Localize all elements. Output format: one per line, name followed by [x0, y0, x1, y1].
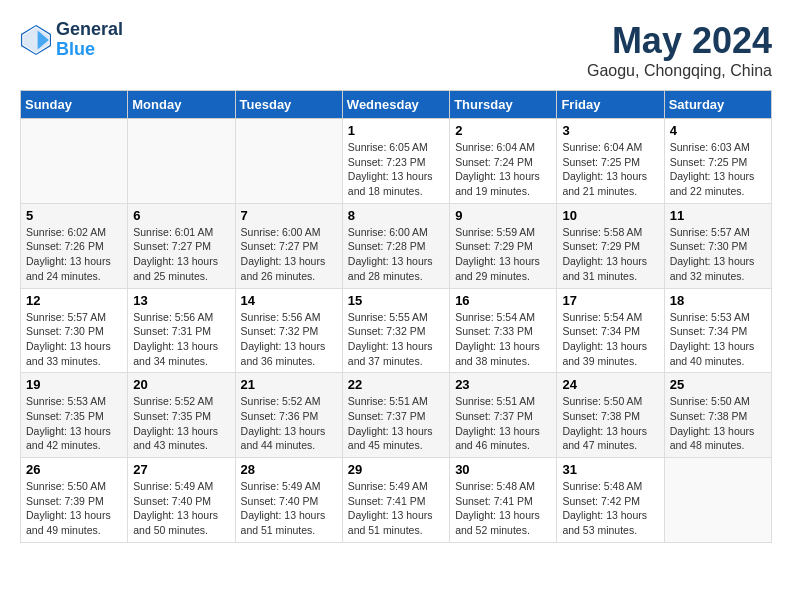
weekday-header-sunday: Sunday	[21, 91, 128, 119]
logo-text: General Blue	[56, 20, 123, 60]
day-number: 28	[241, 462, 337, 477]
calendar-cell: 7Sunrise: 6:00 AM Sunset: 7:27 PM Daylig…	[235, 203, 342, 288]
day-info: Sunrise: 5:48 AM Sunset: 7:42 PM Dayligh…	[562, 479, 658, 538]
calendar-cell	[235, 119, 342, 204]
day-number: 14	[241, 293, 337, 308]
page-header: General Blue May 2024 Gaogu, Chongqing, …	[20, 20, 772, 80]
calendar-cell	[21, 119, 128, 204]
title-block: May 2024 Gaogu, Chongqing, China	[587, 20, 772, 80]
day-info: Sunrise: 5:57 AM Sunset: 7:30 PM Dayligh…	[670, 225, 766, 284]
day-number: 2	[455, 123, 551, 138]
month-title: May 2024	[587, 20, 772, 62]
day-number: 9	[455, 208, 551, 223]
calendar-cell: 10Sunrise: 5:58 AM Sunset: 7:29 PM Dayli…	[557, 203, 664, 288]
day-info: Sunrise: 5:49 AM Sunset: 7:40 PM Dayligh…	[133, 479, 229, 538]
calendar-cell: 21Sunrise: 5:52 AM Sunset: 7:36 PM Dayli…	[235, 373, 342, 458]
day-number: 7	[241, 208, 337, 223]
calendar-cell: 25Sunrise: 5:50 AM Sunset: 7:38 PM Dayli…	[664, 373, 771, 458]
day-number: 31	[562, 462, 658, 477]
calendar-cell: 23Sunrise: 5:51 AM Sunset: 7:37 PM Dayli…	[450, 373, 557, 458]
day-info: Sunrise: 5:53 AM Sunset: 7:35 PM Dayligh…	[26, 394, 122, 453]
logo-line2: Blue	[56, 39, 95, 59]
day-info: Sunrise: 6:04 AM Sunset: 7:24 PM Dayligh…	[455, 140, 551, 199]
day-info: Sunrise: 6:00 AM Sunset: 7:28 PM Dayligh…	[348, 225, 444, 284]
calendar-cell: 30Sunrise: 5:48 AM Sunset: 7:41 PM Dayli…	[450, 458, 557, 543]
calendar-cell: 5Sunrise: 6:02 AM Sunset: 7:26 PM Daylig…	[21, 203, 128, 288]
weekday-header-thursday: Thursday	[450, 91, 557, 119]
day-info: Sunrise: 5:48 AM Sunset: 7:41 PM Dayligh…	[455, 479, 551, 538]
day-number: 29	[348, 462, 444, 477]
day-info: Sunrise: 5:54 AM Sunset: 7:34 PM Dayligh…	[562, 310, 658, 369]
weekday-header-saturday: Saturday	[664, 91, 771, 119]
week-row-1: 1Sunrise: 6:05 AM Sunset: 7:23 PM Daylig…	[21, 119, 772, 204]
day-info: Sunrise: 6:04 AM Sunset: 7:25 PM Dayligh…	[562, 140, 658, 199]
calendar-cell: 17Sunrise: 5:54 AM Sunset: 7:34 PM Dayli…	[557, 288, 664, 373]
calendar-cell: 18Sunrise: 5:53 AM Sunset: 7:34 PM Dayli…	[664, 288, 771, 373]
day-info: Sunrise: 6:05 AM Sunset: 7:23 PM Dayligh…	[348, 140, 444, 199]
day-number: 12	[26, 293, 122, 308]
day-number: 20	[133, 377, 229, 392]
day-number: 17	[562, 293, 658, 308]
location: Gaogu, Chongqing, China	[587, 62, 772, 80]
calendar-cell: 4Sunrise: 6:03 AM Sunset: 7:25 PM Daylig…	[664, 119, 771, 204]
calendar-cell: 22Sunrise: 5:51 AM Sunset: 7:37 PM Dayli…	[342, 373, 449, 458]
calendar-cell: 27Sunrise: 5:49 AM Sunset: 7:40 PM Dayli…	[128, 458, 235, 543]
day-info: Sunrise: 5:57 AM Sunset: 7:30 PM Dayligh…	[26, 310, 122, 369]
day-info: Sunrise: 6:02 AM Sunset: 7:26 PM Dayligh…	[26, 225, 122, 284]
day-number: 24	[562, 377, 658, 392]
day-number: 19	[26, 377, 122, 392]
day-number: 6	[133, 208, 229, 223]
day-info: Sunrise: 6:00 AM Sunset: 7:27 PM Dayligh…	[241, 225, 337, 284]
calendar-cell: 9Sunrise: 5:59 AM Sunset: 7:29 PM Daylig…	[450, 203, 557, 288]
day-info: Sunrise: 5:51 AM Sunset: 7:37 PM Dayligh…	[348, 394, 444, 453]
calendar-cell: 16Sunrise: 5:54 AM Sunset: 7:33 PM Dayli…	[450, 288, 557, 373]
calendar-cell: 26Sunrise: 5:50 AM Sunset: 7:39 PM Dayli…	[21, 458, 128, 543]
weekday-header-friday: Friday	[557, 91, 664, 119]
day-info: Sunrise: 5:50 AM Sunset: 7:39 PM Dayligh…	[26, 479, 122, 538]
day-info: Sunrise: 5:50 AM Sunset: 7:38 PM Dayligh…	[670, 394, 766, 453]
day-number: 26	[26, 462, 122, 477]
day-number: 16	[455, 293, 551, 308]
day-number: 30	[455, 462, 551, 477]
day-number: 18	[670, 293, 766, 308]
day-info: Sunrise: 5:59 AM Sunset: 7:29 PM Dayligh…	[455, 225, 551, 284]
day-info: Sunrise: 5:55 AM Sunset: 7:32 PM Dayligh…	[348, 310, 444, 369]
day-number: 8	[348, 208, 444, 223]
day-number: 15	[348, 293, 444, 308]
logo-line1: General	[56, 20, 123, 40]
day-info: Sunrise: 5:51 AM Sunset: 7:37 PM Dayligh…	[455, 394, 551, 453]
day-info: Sunrise: 5:52 AM Sunset: 7:35 PM Dayligh…	[133, 394, 229, 453]
day-number: 27	[133, 462, 229, 477]
calendar-cell: 2Sunrise: 6:04 AM Sunset: 7:24 PM Daylig…	[450, 119, 557, 204]
day-number: 4	[670, 123, 766, 138]
day-info: Sunrise: 5:54 AM Sunset: 7:33 PM Dayligh…	[455, 310, 551, 369]
calendar-cell	[664, 458, 771, 543]
calendar-cell: 6Sunrise: 6:01 AM Sunset: 7:27 PM Daylig…	[128, 203, 235, 288]
week-row-3: 12Sunrise: 5:57 AM Sunset: 7:30 PM Dayli…	[21, 288, 772, 373]
calendar-cell: 11Sunrise: 5:57 AM Sunset: 7:30 PM Dayli…	[664, 203, 771, 288]
calendar-cell: 24Sunrise: 5:50 AM Sunset: 7:38 PM Dayli…	[557, 373, 664, 458]
day-number: 21	[241, 377, 337, 392]
calendar-table: SundayMondayTuesdayWednesdayThursdayFrid…	[20, 90, 772, 543]
calendar-cell: 12Sunrise: 5:57 AM Sunset: 7:30 PM Dayli…	[21, 288, 128, 373]
calendar-cell: 28Sunrise: 5:49 AM Sunset: 7:40 PM Dayli…	[235, 458, 342, 543]
day-info: Sunrise: 5:53 AM Sunset: 7:34 PM Dayligh…	[670, 310, 766, 369]
day-info: Sunrise: 6:01 AM Sunset: 7:27 PM Dayligh…	[133, 225, 229, 284]
day-info: Sunrise: 5:49 AM Sunset: 7:41 PM Dayligh…	[348, 479, 444, 538]
calendar-cell: 20Sunrise: 5:52 AM Sunset: 7:35 PM Dayli…	[128, 373, 235, 458]
calendar-cell: 29Sunrise: 5:49 AM Sunset: 7:41 PM Dayli…	[342, 458, 449, 543]
day-number: 5	[26, 208, 122, 223]
day-info: Sunrise: 5:50 AM Sunset: 7:38 PM Dayligh…	[562, 394, 658, 453]
day-number: 11	[670, 208, 766, 223]
day-info: Sunrise: 5:52 AM Sunset: 7:36 PM Dayligh…	[241, 394, 337, 453]
calendar-cell: 31Sunrise: 5:48 AM Sunset: 7:42 PM Dayli…	[557, 458, 664, 543]
calendar-cell: 15Sunrise: 5:55 AM Sunset: 7:32 PM Dayli…	[342, 288, 449, 373]
week-row-4: 19Sunrise: 5:53 AM Sunset: 7:35 PM Dayli…	[21, 373, 772, 458]
day-number: 10	[562, 208, 658, 223]
day-number: 25	[670, 377, 766, 392]
calendar-cell: 8Sunrise: 6:00 AM Sunset: 7:28 PM Daylig…	[342, 203, 449, 288]
day-info: Sunrise: 5:58 AM Sunset: 7:29 PM Dayligh…	[562, 225, 658, 284]
weekday-header-monday: Monday	[128, 91, 235, 119]
weekday-header-tuesday: Tuesday	[235, 91, 342, 119]
calendar-cell: 3Sunrise: 6:04 AM Sunset: 7:25 PM Daylig…	[557, 119, 664, 204]
